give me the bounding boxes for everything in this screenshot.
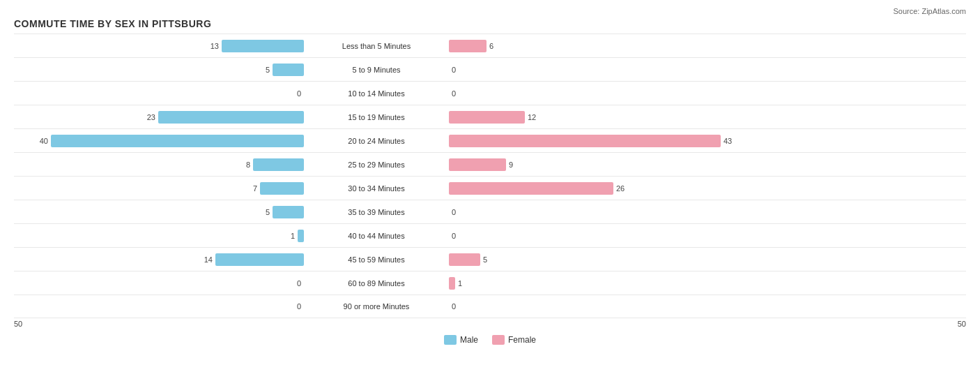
legend-male: Male bbox=[444, 335, 478, 345]
bar-left-container: 0 bbox=[14, 277, 307, 290]
bar-left-container: 40 bbox=[14, 135, 307, 147]
bar-left-container: 1 bbox=[14, 230, 307, 242]
bar-right-container: 43 bbox=[446, 135, 739, 147]
male-bar bbox=[273, 206, 304, 218]
chart-row: 13 Less than 5 Minutes 6 bbox=[14, 33, 966, 57]
male-value: 0 bbox=[297, 302, 301, 311]
male-bar bbox=[222, 40, 304, 52]
female-value: 0 bbox=[452, 208, 456, 216]
male-value: 5 bbox=[266, 66, 270, 74]
male-bar bbox=[253, 158, 304, 171]
axis-right: 50 bbox=[958, 320, 966, 328]
row-label: 10 to 14 Minutes bbox=[307, 89, 446, 98]
chart-row: 5 35 to 39 Minutes 0 bbox=[14, 200, 966, 223]
row-label: 5 to 9 Minutes bbox=[307, 66, 446, 74]
row-label: 90 or more Minutes bbox=[307, 302, 446, 311]
bar-left-container: 0 bbox=[14, 300, 307, 313]
female-label: Female bbox=[508, 335, 536, 345]
row-label: Less than 5 Minutes bbox=[307, 42, 446, 50]
chart-row: 0 90 or more Minutes 0 bbox=[14, 295, 966, 318]
female-value: 0 bbox=[452, 66, 456, 74]
male-value: 40 bbox=[40, 137, 48, 145]
female-value: 0 bbox=[452, 232, 456, 240]
female-bar bbox=[449, 182, 613, 195]
female-bar bbox=[449, 111, 525, 124]
bar-left-container: 5 bbox=[14, 64, 307, 76]
chart-row: 5 5 to 9 Minutes 0 bbox=[14, 57, 966, 81]
male-value: 7 bbox=[253, 184, 257, 193]
male-value: 14 bbox=[204, 255, 213, 264]
female-swatch bbox=[492, 335, 505, 345]
bar-right-container: 6 bbox=[446, 40, 739, 52]
male-swatch bbox=[444, 335, 457, 345]
chart-row: 7 30 to 34 Minutes 26 bbox=[14, 176, 966, 200]
female-value: 5 bbox=[483, 255, 487, 264]
chart-title: COMMUTE TIME BY SEX IN PITTSBURG bbox=[14, 18, 966, 29]
male-value: 0 bbox=[297, 279, 301, 288]
row-label: 25 to 29 Minutes bbox=[307, 161, 446, 169]
male-value: 5 bbox=[266, 208, 270, 216]
bar-right-container: 0 bbox=[446, 230, 739, 242]
male-bar bbox=[298, 230, 304, 242]
bar-left-container: 5 bbox=[14, 206, 307, 218]
female-bar bbox=[449, 253, 480, 266]
female-value: 43 bbox=[723, 137, 732, 145]
bar-left-container: 0 bbox=[14, 87, 307, 100]
chart-row: 0 60 to 89 Minutes 1 bbox=[14, 271, 966, 295]
female-bar bbox=[449, 135, 721, 147]
chart-row: 40 20 to 24 Minutes 43 bbox=[14, 128, 966, 152]
female-value: 0 bbox=[452, 302, 456, 311]
male-value: 8 bbox=[246, 161, 250, 169]
bar-right-container: 26 bbox=[446, 182, 739, 195]
bar-right-container: 5 bbox=[446, 253, 739, 266]
row-label: 40 to 44 Minutes bbox=[307, 232, 446, 240]
male-value: 13 bbox=[210, 42, 219, 50]
bar-left-container: 13 bbox=[14, 40, 307, 52]
bar-left-container: 8 bbox=[14, 158, 307, 171]
female-value: 9 bbox=[509, 161, 513, 169]
female-value: 0 bbox=[452, 89, 456, 98]
chart-row: 8 25 to 29 Minutes 9 bbox=[14, 152, 966, 176]
female-value: 12 bbox=[528, 113, 536, 121]
bar-right-container: 1 bbox=[446, 277, 739, 290]
male-value: 0 bbox=[297, 89, 301, 98]
bar-right-container: 9 bbox=[446, 158, 739, 171]
chart-area: 13 Less than 5 Minutes 6 5 5 to 9 Minute… bbox=[14, 33, 966, 318]
bar-right-container: 0 bbox=[446, 87, 739, 100]
row-label: 60 to 89 Minutes bbox=[307, 279, 446, 288]
source-label: Source: ZipAtlas.com bbox=[14, 7, 966, 15]
female-value: 26 bbox=[616, 184, 625, 193]
chart-row: 1 40 to 44 Minutes 0 bbox=[14, 223, 966, 247]
row-label: 45 to 59 Minutes bbox=[307, 255, 446, 264]
male-bar bbox=[273, 64, 304, 76]
bar-right-container: 12 bbox=[446, 111, 739, 124]
bar-left-container: 14 bbox=[14, 253, 307, 266]
row-label: 30 to 34 Minutes bbox=[307, 184, 446, 193]
axis-left: 50 bbox=[14, 320, 22, 328]
chart-row: 14 45 to 59 Minutes 5 bbox=[14, 247, 966, 271]
male-bar bbox=[51, 135, 304, 147]
bar-right-container: 0 bbox=[446, 300, 739, 313]
female-bar bbox=[449, 277, 455, 290]
bar-left-container: 7 bbox=[14, 182, 307, 195]
chart-row: 0 10 to 14 Minutes 0 bbox=[14, 81, 966, 105]
female-bar bbox=[449, 40, 487, 52]
legend-female: Female bbox=[492, 335, 536, 345]
bar-left-container: 23 bbox=[14, 111, 307, 124]
female-bar bbox=[449, 158, 506, 171]
row-label: 15 to 19 Minutes bbox=[307, 113, 446, 121]
male-label: Male bbox=[460, 335, 478, 345]
male-bar bbox=[158, 111, 304, 124]
bar-right-container: 0 bbox=[446, 64, 739, 76]
row-label: 35 to 39 Minutes bbox=[307, 208, 446, 216]
male-value: 1 bbox=[291, 232, 295, 240]
female-value: 1 bbox=[458, 279, 462, 288]
legend: Male Female bbox=[14, 335, 966, 345]
bar-right-container: 0 bbox=[446, 206, 739, 218]
male-value: 23 bbox=[147, 113, 155, 121]
chart-row: 23 15 to 19 Minutes 12 bbox=[14, 105, 966, 128]
male-bar bbox=[215, 253, 304, 266]
row-label: 20 to 24 Minutes bbox=[307, 137, 446, 145]
male-bar bbox=[260, 182, 304, 195]
female-value: 6 bbox=[489, 42, 493, 50]
